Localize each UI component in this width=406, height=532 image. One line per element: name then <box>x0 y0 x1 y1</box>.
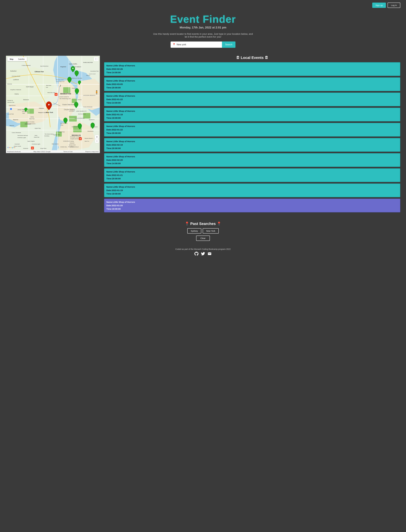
svg-text:Christmas Lights: Christmas Lights <box>32 143 40 145</box>
svg-text:g: g <box>12 146 13 148</box>
github-icon[interactable] <box>195 252 198 257</box>
svg-text:Soundview Park: Soundview Park <box>90 71 99 72</box>
svg-text:DUTCH KILLS: DUTCH KILLS <box>78 113 86 115</box>
event-card[interactable]: Name:Little Shop of HorrorsDate:2022-01-… <box>104 108 400 121</box>
svg-text:Lyndhurst: Lyndhurst <box>13 79 19 80</box>
svg-text:BENSONHURST: BENSONHURST <box>32 150 40 150</box>
svg-text:H: H <box>32 147 33 149</box>
map-keyboard-shortcut: Keyboard shortcuts <box>7 151 21 153</box>
zoom-in-button[interactable]: + <box>95 135 99 139</box>
svg-text:BUSHWICK: BUSHWICK <box>72 126 79 128</box>
svg-text:🧍: 🧍 <box>94 90 99 95</box>
past-searches-buttons: Sydney New York <box>3 228 403 233</box>
svg-text:Shopping Center: Shopping Center <box>40 150 49 150</box>
svg-text:Hoboken: Hoboken <box>39 108 44 109</box>
svg-text:Upper-Saddle...: Upper-Saddle... <box>69 63 78 65</box>
svg-text:Ridgefield: Ridgefield <box>60 66 66 67</box>
svg-text:Richard W.: Richard W. <box>7 100 13 101</box>
svg-text:G: G <box>7 146 9 148</box>
svg-text:York: York <box>46 87 48 88</box>
svg-text:Costco Wholesale: Costco Wholesale <box>83 106 93 108</box>
svg-text:Bayonne: Bayonne <box>13 119 18 120</box>
svg-text:Cypress Hills: Cypress Hills <box>53 134 60 135</box>
past-searches-title: 📍 Past Searches 📍 <box>3 221 403 226</box>
event-card[interactable]: Name:Little Shop of HorrorsDate:2022-02-… <box>104 138 400 152</box>
map-tab-map[interactable]: Map <box>7 57 16 61</box>
svg-rect-1 <box>63 87 70 93</box>
svg-text:North Bergen: North Bergen <box>26 86 34 87</box>
svg-text:RED HOOK: RED HOOK <box>52 143 59 145</box>
svg-text:New Yor...: New Yor... <box>85 141 90 142</box>
svg-text:East Rutherford: East Rutherford <box>40 66 48 67</box>
svg-text:Cemetery: Cemetery <box>44 135 49 137</box>
svg-text:Christmas Lights: Christmas Lights <box>17 137 26 138</box>
svg-text:Statue of Liberty: Statue of Liberty <box>26 121 34 123</box>
email-icon[interactable] <box>208 252 211 257</box>
map-container: Map Satellite ⛶ <box>6 56 100 153</box>
map-tab-satellite[interactable]: Satellite <box>16 57 27 61</box>
svg-text:Park: Park <box>61 124 63 126</box>
svg-text:GOWANUS: GOWANUS <box>63 140 70 142</box>
svg-text:MASPETH: MASPETH <box>89 119 94 120</box>
events-title: 🗓 Local Events 🗓 <box>104 56 400 60</box>
svg-text:Shirley: Shirley <box>70 141 74 142</box>
svg-text:ASTORIA: ASTORIA <box>69 110 74 112</box>
event-card[interactable]: Name:Little Shop of HorrorsDate:2022-01-… <box>104 199 400 212</box>
past-search-sydney[interactable]: Sydney <box>187 228 201 233</box>
svg-text:Jersey City: Jersey City <box>17 109 24 110</box>
past-search-new-york[interactable]: New York <box>203 228 218 233</box>
hero-description: Use this handy event locator to find eve… <box>153 33 253 38</box>
event-card[interactable]: Name:Little Shop of HorrorsDate:2022-02-… <box>104 153 400 167</box>
event-card[interactable]: Name:Little Shop of HorrorsDate:2022-01-… <box>104 93 400 106</box>
svg-rect-3 <box>28 109 34 114</box>
twitter-icon[interactable] <box>201 252 205 257</box>
calendar-icon-right: 🗓 <box>265 56 268 60</box>
event-card[interactable]: Name:Little Shop of HorrorsDate:2022-02-… <box>104 62 400 76</box>
svg-text:National Monument...: National Monument... <box>25 123 36 124</box>
login-button[interactable]: Log in <box>388 3 400 8</box>
svg-text:JACKSON HEIGHTS: JACKSON HEIGHTS <box>83 95 95 96</box>
svg-text:Resorts World C...: Resorts World C... <box>85 138 94 139</box>
map-tab-controls: Map Satellite <box>7 57 27 61</box>
location-pin-icon: 📍 <box>172 43 175 46</box>
svg-text:Dyker Heights: Dyker Heights <box>28 141 35 142</box>
svg-text:Chrysler Building: Chrysler Building <box>64 109 75 110</box>
search-input[interactable] <box>177 43 220 46</box>
svg-text:♪: ♪ <box>60 84 61 87</box>
event-card[interactable]: Name:Little Shop of HorrorsDate:2022-01-… <box>104 183 400 197</box>
pin-icon-right: 📍 <box>217 221 221 226</box>
calendar-icon: 🗓 <box>236 56 240 60</box>
svg-point-120 <box>72 68 73 69</box>
clear-button[interactable]: Clear <box>196 235 210 241</box>
zoom-out-button[interactable]: − <box>95 139 99 143</box>
event-card[interactable]: Name:Little Shop of HorrorsDate:2022-01-… <box>104 123 400 137</box>
map-terms[interactable]: Terms of Use <box>63 151 73 153</box>
svg-text:H: H <box>56 94 57 95</box>
svg-text:l: l <box>13 146 14 148</box>
events-list: Name:Little Shop of HorrorsDate:2022-02-… <box>104 62 400 212</box>
search-container: 📍 Search <box>3 42 403 48</box>
svg-text:Chisholm: Chisholm <box>70 142 74 144</box>
svg-text:City of New York: City of New York <box>56 81 65 82</box>
svg-text:Lincoln Center for: Lincoln Center for <box>59 96 69 98</box>
svg-text:MANHATTAN: MANHATTAN <box>60 93 71 95</box>
map-visual[interactable]: Cliffside Park Lyndhurst Rutherford Kear… <box>6 56 100 150</box>
svg-text:DeKorte Park: DeKorte Park <box>7 102 14 103</box>
footer: Coded as part of the Monash Coding Bootc… <box>0 244 406 260</box>
map-footer: Keyboard shortcuts Map data ©2022 Google… <box>6 150 100 153</box>
svg-text:BROOKLYN: BROOKLYN <box>72 134 81 136</box>
svg-text:LONG ISLAND CITY: LONG ISLAND CITY <box>76 110 87 112</box>
svg-text:Verrazzano-Narrows: Verrazzano-Narrows <box>17 135 28 136</box>
map-svg: Cliffside Park Lyndhurst Rutherford Kear… <box>6 56 100 150</box>
event-card[interactable]: Name:Little Shop of HorrorsDate:2022-03-… <box>104 77 400 91</box>
search-button[interactable]: Search <box>222 42 236 48</box>
map-report[interactable]: Report a map error <box>85 151 99 153</box>
map-expand-button[interactable]: ⛶ <box>94 57 98 61</box>
svg-text:RANDALLS ISLAND: RANDALLS ISLAND <box>70 78 82 79</box>
svg-text:Grasmere: Grasmere <box>23 148 28 149</box>
svg-text:Costco Wholesale: Costco Wholesale <box>12 132 21 133</box>
events-panel: 🗓 Local Events 🗓 Name:Little Shop of Hor… <box>104 56 400 214</box>
signup-button[interactable]: Sign up <box>372 3 386 8</box>
event-card[interactable]: Name:Little Shop of HorrorsDate:2022-01-… <box>104 168 400 182</box>
map-data-credit: Map data ©2022 Google <box>33 151 51 153</box>
